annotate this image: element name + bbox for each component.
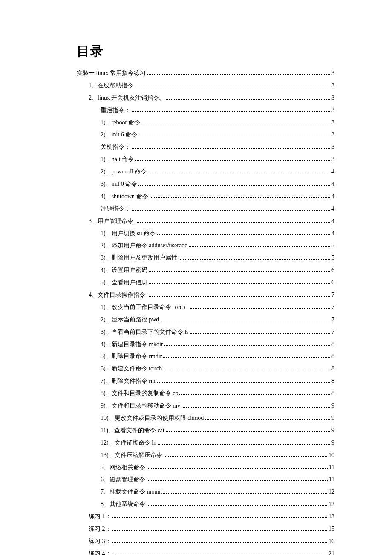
toc-entry-page: 7 [331, 328, 334, 336]
toc-entry-page: 6 [331, 279, 334, 287]
toc-entry-page: 3 [331, 119, 334, 127]
toc-entry-label: 9)、文件和目录的移动命令 mv [101, 402, 180, 410]
toc-leader-dots [112, 517, 328, 518]
toc-entry-label: 2)、poweroff 命令 [101, 168, 147, 176]
toc-entry-label: 12)、文件链接命令 ln [101, 439, 156, 447]
toc-entry-page: 8 [331, 377, 334, 385]
toc-leader-dots [190, 308, 330, 309]
toc-leader-dots [160, 321, 330, 321]
toc-entry-label: 实验一 linux 常用指令练习 [77, 69, 146, 78]
toc-entry-page: 5 [331, 242, 334, 250]
toc-entry-page: 11 [329, 476, 334, 484]
toc-entry-label: 11)、查看文件的命令 cat [101, 427, 164, 435]
toc-entry-page: 7 [331, 304, 334, 312]
toc-leader-dots [205, 419, 330, 420]
toc-entry-page: 13 [329, 513, 334, 521]
toc-entry-label: 5)、查看用户信息 [101, 279, 147, 287]
toc-entry: 练习 2：15 [77, 525, 334, 533]
toc-leader-dots [179, 394, 330, 395]
toc-leader-dots [141, 124, 330, 124]
toc-entry: 11)、查看文件的命令 cat9 [77, 427, 334, 435]
toc-entry-label: 13)、文件压缩解压命令 [101, 451, 162, 460]
toc-entry: 1)、reboot 命令3 [77, 119, 334, 127]
toc-entry-label: 2)、添加用户命令 adduser/useradd [101, 242, 187, 250]
toc-entry-label: 3)、查看当前目录下的文件命令 ls [101, 328, 189, 336]
toc-entry-label: 1)、halt 命令 [101, 156, 134, 164]
toc-entry: 3、用户管理命令4 [77, 217, 334, 225]
toc-entry-label: 练习 2： [89, 525, 111, 533]
toc-entry: 10)、更改文件或目录的使用权限 chmod9 [77, 414, 334, 422]
toc-entry-page: 9 [331, 427, 334, 435]
toc-entry-label: 5、网络相关命令 [101, 464, 145, 472]
toc-entry: 9)、文件和目录的移动命令 mv9 [77, 402, 334, 410]
toc-entry: 2)、显示当前路径 pwd7 [77, 316, 334, 324]
toc-entry-label: 练习 4： [89, 550, 111, 555]
toc-leader-dots [112, 530, 328, 531]
toc-leader-dots [149, 283, 330, 284]
toc-leader-dots [135, 222, 330, 223]
toc-entry: 3)、删除用户及更改用户属性5 [77, 254, 334, 262]
toc-entry-label: 4)、设置用户密码 [101, 266, 147, 275]
toc-entry-page: 12 [329, 500, 334, 509]
toc-leader-dots [147, 468, 328, 469]
toc-entry-page: 11 [329, 464, 334, 472]
toc-leader-dots [157, 382, 330, 383]
toc-entry: 练习 4：21 [77, 550, 334, 555]
toc-leader-dots [189, 246, 330, 247]
toc-entry-page: 8 [331, 353, 334, 361]
toc-entry-page: 9 [331, 439, 334, 447]
toc-entry-label: 3)、init 0 命令 [101, 180, 137, 188]
toc-leader-dots [147, 505, 327, 506]
toc-entry: 1、在线帮助指令3 [77, 82, 334, 90]
toc-entry-page: 6 [331, 266, 334, 275]
toc-leader-dots [138, 185, 330, 186]
toc-entry-label: 5)、删除目录命令 rmdir [101, 353, 162, 361]
toc-entry-label: 10)、更改文件或目录的使用权限 chmod [101, 414, 204, 422]
toc-entry: 3)、init 0 命令4 [77, 180, 334, 188]
toc-leader-dots [179, 259, 330, 260]
toc-entry: 7、挂载文件命令 mount12 [77, 488, 334, 496]
toc-entry-label: 注销指令： [101, 205, 130, 213]
toc-entry: 练习 1：13 [77, 513, 334, 521]
toc-entry: 13)、文件压缩解压命令10 [77, 451, 334, 460]
toc-entry-page: 9 [331, 402, 334, 410]
toc-entry: 4、文件目录操作指令7 [77, 291, 334, 299]
toc-entry-label: 2)、显示当前路径 pwd [101, 316, 159, 324]
toc-entry-page: 4 [331, 180, 334, 188]
toc-entry-label: 关机指令： [101, 143, 130, 151]
toc-entry-page: 5 [331, 254, 334, 262]
toc-leader-dots [147, 296, 330, 297]
toc-leader-dots [157, 234, 330, 235]
toc-entry-label: 6)、新建文件命令 touch [101, 365, 162, 373]
toc-entry: 4)、设置用户密码6 [77, 266, 334, 275]
toc-entry-page: 3 [331, 107, 334, 115]
toc-list: 实验一 linux 常用指令练习31、在线帮助指令32、linux 开关机及注销… [77, 69, 334, 555]
toc-entry-label: 1)、改变当前工作目录命令（cd） [101, 304, 189, 312]
toc-heading: 目录 [77, 43, 334, 60]
toc-entry-page: 4 [331, 205, 334, 213]
toc-entry-label: 7、挂载文件命令 mount [101, 488, 162, 496]
toc-entry-label: 6、磁盘管理命令 [101, 476, 145, 484]
toc-entry-label: 练习 1： [89, 513, 111, 521]
toc-entry-page: 3 [331, 94, 334, 102]
toc-entry: 5)、查看用户信息6 [77, 279, 334, 287]
toc-entry: 8)、文件和目录的复制命令 cp8 [77, 390, 334, 398]
toc-leader-dots [132, 111, 330, 112]
toc-leader-dots [163, 370, 330, 370]
toc-entry-page: 3 [331, 131, 334, 139]
toc-leader-dots [164, 345, 330, 346]
toc-entry-label: 4、文件目录操作指令 [89, 291, 145, 299]
toc-entry-label: 4)、新建目录指令 mkdir [101, 341, 163, 349]
toc-entry: 7)、删除文件指令 rm8 [77, 377, 334, 385]
toc-entry-label: 1、在线帮助指令 [89, 82, 133, 90]
toc-leader-dots [163, 357, 330, 358]
toc-leader-dots [147, 74, 330, 75]
toc-entry-page: 8 [331, 365, 334, 373]
toc-entry: 1)、halt 命令3 [77, 156, 334, 164]
toc-entry-label: 8)、文件和目录的复制命令 cp [101, 390, 178, 398]
toc-entry-label: 1)、用户切换 su 命令 [101, 230, 156, 238]
toc-leader-dots [132, 210, 330, 211]
toc-leader-dots [158, 444, 330, 445]
toc-leader-dots [135, 87, 330, 87]
toc-entry: 重启指令：3 [77, 107, 334, 115]
